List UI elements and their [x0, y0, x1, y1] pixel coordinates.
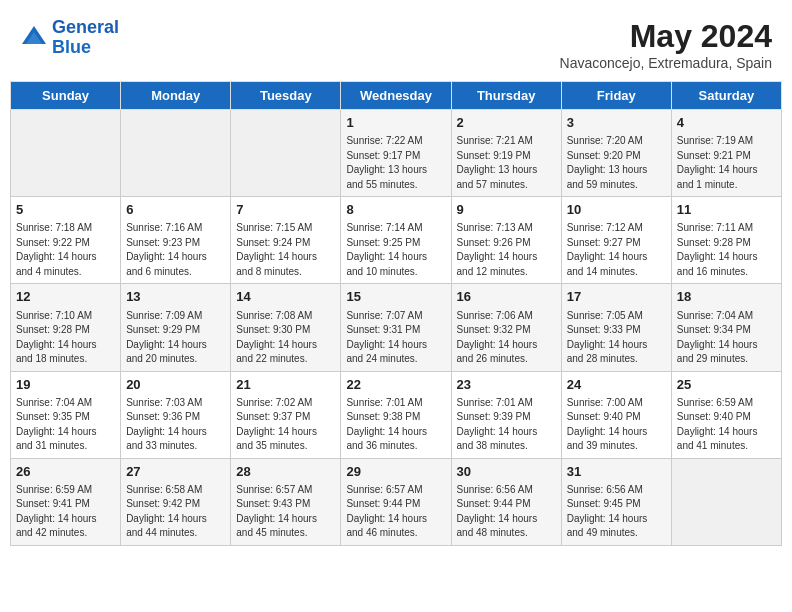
- weekday-header-saturday: Saturday: [671, 82, 781, 110]
- calendar-cell: 11Sunrise: 7:11 AM Sunset: 9:28 PM Dayli…: [671, 197, 781, 284]
- calendar-cell: 15Sunrise: 7:07 AM Sunset: 9:31 PM Dayli…: [341, 284, 451, 371]
- calendar-cell: 12Sunrise: 7:10 AM Sunset: 9:28 PM Dayli…: [11, 284, 121, 371]
- logo-text: General Blue: [52, 18, 119, 58]
- logo: General Blue: [20, 18, 119, 58]
- day-number: 18: [677, 288, 776, 306]
- day-number: 3: [567, 114, 666, 132]
- day-info: Sunrise: 7:21 AM Sunset: 9:19 PM Dayligh…: [457, 134, 556, 192]
- day-info: Sunrise: 7:20 AM Sunset: 9:20 PM Dayligh…: [567, 134, 666, 192]
- day-info: Sunrise: 6:57 AM Sunset: 9:43 PM Dayligh…: [236, 483, 335, 541]
- day-number: 4: [677, 114, 776, 132]
- day-number: 27: [126, 463, 225, 481]
- day-info: Sunrise: 7:19 AM Sunset: 9:21 PM Dayligh…: [677, 134, 776, 192]
- weekday-header-sunday: Sunday: [11, 82, 121, 110]
- day-info: Sunrise: 7:08 AM Sunset: 9:30 PM Dayligh…: [236, 309, 335, 367]
- day-number: 10: [567, 201, 666, 219]
- weekday-header-wednesday: Wednesday: [341, 82, 451, 110]
- day-info: Sunrise: 7:22 AM Sunset: 9:17 PM Dayligh…: [346, 134, 445, 192]
- day-info: Sunrise: 7:13 AM Sunset: 9:26 PM Dayligh…: [457, 221, 556, 279]
- day-info: Sunrise: 7:16 AM Sunset: 9:23 PM Dayligh…: [126, 221, 225, 279]
- calendar-cell: 2Sunrise: 7:21 AM Sunset: 9:19 PM Daylig…: [451, 110, 561, 197]
- day-info: Sunrise: 6:56 AM Sunset: 9:45 PM Dayligh…: [567, 483, 666, 541]
- day-number: 17: [567, 288, 666, 306]
- weekday-header-friday: Friday: [561, 82, 671, 110]
- calendar-cell: 10Sunrise: 7:12 AM Sunset: 9:27 PM Dayli…: [561, 197, 671, 284]
- day-info: Sunrise: 7:04 AM Sunset: 9:34 PM Dayligh…: [677, 309, 776, 367]
- day-info: Sunrise: 7:01 AM Sunset: 9:38 PM Dayligh…: [346, 396, 445, 454]
- day-info: Sunrise: 7:12 AM Sunset: 9:27 PM Dayligh…: [567, 221, 666, 279]
- day-info: Sunrise: 7:14 AM Sunset: 9:25 PM Dayligh…: [346, 221, 445, 279]
- day-number: 20: [126, 376, 225, 394]
- day-info: Sunrise: 7:05 AM Sunset: 9:33 PM Dayligh…: [567, 309, 666, 367]
- day-info: Sunrise: 6:57 AM Sunset: 9:44 PM Dayligh…: [346, 483, 445, 541]
- calendar-cell: [231, 110, 341, 197]
- day-number: 24: [567, 376, 666, 394]
- calendar-week-2: 5Sunrise: 7:18 AM Sunset: 9:22 PM Daylig…: [11, 197, 782, 284]
- day-info: Sunrise: 7:18 AM Sunset: 9:22 PM Dayligh…: [16, 221, 115, 279]
- day-info: Sunrise: 6:56 AM Sunset: 9:44 PM Dayligh…: [457, 483, 556, 541]
- calendar-cell: 1Sunrise: 7:22 AM Sunset: 9:17 PM Daylig…: [341, 110, 451, 197]
- day-number: 11: [677, 201, 776, 219]
- day-number: 16: [457, 288, 556, 306]
- day-info: Sunrise: 7:04 AM Sunset: 9:35 PM Dayligh…: [16, 396, 115, 454]
- calendar-cell: 23Sunrise: 7:01 AM Sunset: 9:39 PM Dayli…: [451, 371, 561, 458]
- day-info: Sunrise: 6:59 AM Sunset: 9:41 PM Dayligh…: [16, 483, 115, 541]
- day-info: Sunrise: 6:58 AM Sunset: 9:42 PM Dayligh…: [126, 483, 225, 541]
- day-number: 8: [346, 201, 445, 219]
- calendar-cell: 8Sunrise: 7:14 AM Sunset: 9:25 PM Daylig…: [341, 197, 451, 284]
- day-number: 9: [457, 201, 556, 219]
- day-number: 31: [567, 463, 666, 481]
- day-number: 1: [346, 114, 445, 132]
- weekday-header-tuesday: Tuesday: [231, 82, 341, 110]
- calendar-cell: 7Sunrise: 7:15 AM Sunset: 9:24 PM Daylig…: [231, 197, 341, 284]
- day-info: Sunrise: 7:11 AM Sunset: 9:28 PM Dayligh…: [677, 221, 776, 279]
- calendar-cell: 16Sunrise: 7:06 AM Sunset: 9:32 PM Dayli…: [451, 284, 561, 371]
- day-number: 6: [126, 201, 225, 219]
- location: Navaconcejo, Extremadura, Spain: [560, 55, 772, 71]
- calendar-cell: 3Sunrise: 7:20 AM Sunset: 9:20 PM Daylig…: [561, 110, 671, 197]
- title-block: May 2024 Navaconcejo, Extremadura, Spain: [560, 18, 772, 71]
- day-info: Sunrise: 7:02 AM Sunset: 9:37 PM Dayligh…: [236, 396, 335, 454]
- calendar-cell: 24Sunrise: 7:00 AM Sunset: 9:40 PM Dayli…: [561, 371, 671, 458]
- calendar-cell: 19Sunrise: 7:04 AM Sunset: 9:35 PM Dayli…: [11, 371, 121, 458]
- calendar-cell: [671, 458, 781, 545]
- day-info: Sunrise: 7:09 AM Sunset: 9:29 PM Dayligh…: [126, 309, 225, 367]
- day-info: Sunrise: 7:07 AM Sunset: 9:31 PM Dayligh…: [346, 309, 445, 367]
- weekday-header-thursday: Thursday: [451, 82, 561, 110]
- day-number: 7: [236, 201, 335, 219]
- day-number: 19: [16, 376, 115, 394]
- day-info: Sunrise: 7:00 AM Sunset: 9:40 PM Dayligh…: [567, 396, 666, 454]
- weekday-header-row: SundayMondayTuesdayWednesdayThursdayFrid…: [11, 82, 782, 110]
- day-number: 5: [16, 201, 115, 219]
- logo-icon: [20, 24, 48, 52]
- day-info: Sunrise: 6:59 AM Sunset: 9:40 PM Dayligh…: [677, 396, 776, 454]
- logo-line1: General: [52, 17, 119, 37]
- calendar-cell: 26Sunrise: 6:59 AM Sunset: 9:41 PM Dayli…: [11, 458, 121, 545]
- day-number: 26: [16, 463, 115, 481]
- calendar-header: SundayMondayTuesdayWednesdayThursdayFrid…: [11, 82, 782, 110]
- calendar-cell: 30Sunrise: 6:56 AM Sunset: 9:44 PM Dayli…: [451, 458, 561, 545]
- calendar-cell: 29Sunrise: 6:57 AM Sunset: 9:44 PM Dayli…: [341, 458, 451, 545]
- page-header: General Blue May 2024 Navaconcejo, Extre…: [10, 10, 782, 75]
- day-number: 25: [677, 376, 776, 394]
- logo-line2: Blue: [52, 37, 91, 57]
- calendar-cell: [11, 110, 121, 197]
- day-info: Sunrise: 7:03 AM Sunset: 9:36 PM Dayligh…: [126, 396, 225, 454]
- calendar-cell: 6Sunrise: 7:16 AM Sunset: 9:23 PM Daylig…: [121, 197, 231, 284]
- day-info: Sunrise: 7:06 AM Sunset: 9:32 PM Dayligh…: [457, 309, 556, 367]
- weekday-header-monday: Monday: [121, 82, 231, 110]
- calendar-cell: 28Sunrise: 6:57 AM Sunset: 9:43 PM Dayli…: [231, 458, 341, 545]
- calendar-cell: 13Sunrise: 7:09 AM Sunset: 9:29 PM Dayli…: [121, 284, 231, 371]
- calendar-body: 1Sunrise: 7:22 AM Sunset: 9:17 PM Daylig…: [11, 110, 782, 546]
- calendar-cell: 9Sunrise: 7:13 AM Sunset: 9:26 PM Daylig…: [451, 197, 561, 284]
- day-number: 14: [236, 288, 335, 306]
- day-number: 21: [236, 376, 335, 394]
- day-number: 23: [457, 376, 556, 394]
- day-number: 2: [457, 114, 556, 132]
- calendar-cell: 21Sunrise: 7:02 AM Sunset: 9:37 PM Dayli…: [231, 371, 341, 458]
- day-info: Sunrise: 7:01 AM Sunset: 9:39 PM Dayligh…: [457, 396, 556, 454]
- day-number: 29: [346, 463, 445, 481]
- calendar-cell: 5Sunrise: 7:18 AM Sunset: 9:22 PM Daylig…: [11, 197, 121, 284]
- calendar-cell: 27Sunrise: 6:58 AM Sunset: 9:42 PM Dayli…: [121, 458, 231, 545]
- calendar-cell: 31Sunrise: 6:56 AM Sunset: 9:45 PM Dayli…: [561, 458, 671, 545]
